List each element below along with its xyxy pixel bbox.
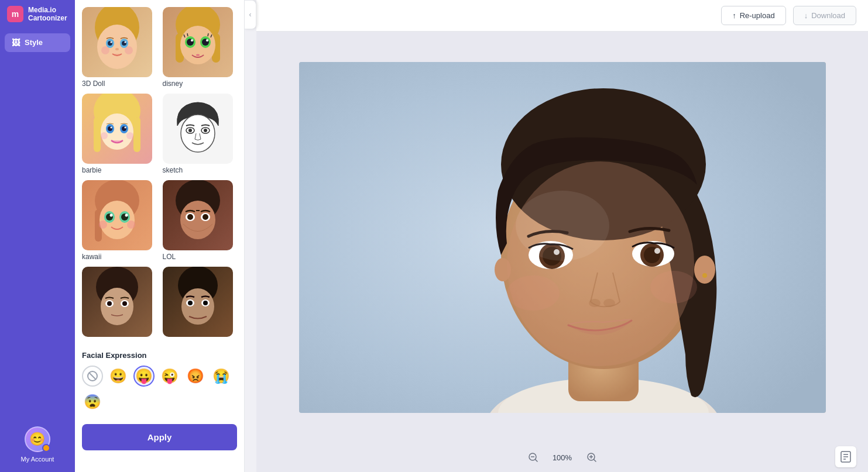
style-label-kawaii: kawaii: [82, 253, 157, 261]
svg-point-31: [111, 127, 112, 129]
svg-point-20: [191, 39, 193, 42]
svg-point-49: [99, 221, 107, 229]
style-label-3d-doll: 3D Doll: [82, 80, 157, 88]
svg-point-92: [507, 275, 560, 311]
svg-point-47: [110, 214, 113, 217]
account-badge: [42, 444, 50, 452]
svg-point-26: [101, 113, 133, 150]
zoom-out-button[interactable]: [525, 449, 541, 466]
collapse-arrow[interactable]: ‹: [245, 0, 256, 29]
svg-point-15: [180, 26, 215, 64]
svg-point-10: [101, 46, 109, 54]
svg-line-101: [593, 460, 596, 462]
avatar: 😊: [25, 426, 50, 452]
svg-line-71: [89, 373, 96, 380]
svg-point-59: [101, 288, 133, 325]
style-item-disney[interactable]: disney: [163, 7, 238, 88]
expression-scared[interactable]: 😨: [82, 391, 103, 412]
zoom-level: 100%: [551, 453, 574, 462]
svg-point-52: [180, 201, 215, 239]
download-label: Download: [811, 11, 845, 20]
style-tab-label: Style: [25, 38, 43, 47]
svg-point-93: [650, 271, 697, 304]
svg-point-79: [702, 273, 707, 278]
svg-point-68: [188, 301, 193, 305]
svg-point-62: [107, 301, 112, 306]
svg-rect-24: [94, 117, 101, 152]
svg-point-35: [181, 115, 215, 152]
reupload-label: Re-upload: [740, 11, 775, 20]
main-area: ↑ Re-upload ↓ Download: [256, 0, 868, 472]
svg-point-55: [187, 214, 193, 220]
app-name: Media.io: [28, 6, 56, 14]
expression-tongue[interactable]: 😛: [133, 366, 155, 387]
style-label-barbie: barbie: [82, 166, 157, 174]
svg-point-11: [125, 46, 133, 54]
style-item-kawaii[interactable]: kawaii: [82, 180, 157, 261]
svg-point-9: [115, 48, 119, 50]
logo-text: Media.io Cartoonizer: [28, 6, 67, 23]
style-item-realistic2[interactable]: [163, 267, 238, 339]
expression-icons: 😀 😛 😜 😡 😭 😨: [82, 366, 237, 412]
svg-point-22: [196, 54, 200, 56]
expression-smile[interactable]: 😀: [108, 366, 129, 387]
style-label-sketch: sketch: [163, 166, 238, 174]
collapse-chevron-icon: ‹: [249, 11, 252, 19]
style-thumb-disney: [163, 7, 233, 77]
expression-cry[interactable]: 😭: [211, 366, 232, 387]
style-tab[interactable]: 🖼 Style: [5, 33, 70, 52]
logo-icon: m: [7, 6, 23, 22]
expression-angry[interactable]: 😡: [185, 366, 206, 387]
notes-button[interactable]: [835, 446, 856, 467]
svg-point-89: [654, 248, 660, 254]
svg-point-39: [204, 129, 207, 132]
zoom-in-icon: [586, 452, 598, 463]
svg-point-94: [516, 191, 609, 261]
download-button[interactable]: ↓ Download: [793, 6, 856, 25]
bottom-bar: 100%: [256, 443, 868, 472]
svg-point-32: [125, 127, 126, 129]
sidebar: m Media.io Cartoonizer 🖼 Style 😊 My Acco…: [0, 0, 75, 472]
upload-icon: ↑: [732, 11, 736, 20]
zoom-in-button[interactable]: [584, 449, 600, 466]
svg-point-38: [188, 129, 192, 132]
canvas-container: [256, 32, 868, 443]
svg-point-21: [206, 39, 208, 42]
svg-point-8: [125, 42, 126, 43]
svg-point-91: [603, 299, 615, 307]
style-thumb-realistic1: [82, 267, 152, 337]
svg-point-42: [100, 201, 135, 239]
style-thumb-3d-doll: [82, 7, 152, 77]
main-image: [299, 62, 826, 413]
apply-btn-area: Apply: [75, 419, 244, 457]
style-thumb-kawaii: [82, 180, 152, 250]
logo-letter: m: [12, 9, 19, 19]
style-item-barbie[interactable]: barbie: [82, 94, 157, 174]
style-item-lol[interactable]: LOL: [163, 180, 238, 261]
account-label: My Account: [21, 456, 54, 463]
svg-rect-25: [133, 117, 140, 152]
style-item-realistic1[interactable]: [82, 267, 157, 339]
facial-expression-title: Facial Expression: [82, 351, 237, 360]
style-thumb-realistic2: [163, 267, 233, 337]
zoom-out-icon: [527, 452, 539, 463]
style-item-3d-doll[interactable]: 3D Doll: [82, 7, 157, 88]
svg-point-69: [203, 301, 208, 305]
svg-point-65: [181, 288, 214, 325]
expression-none[interactable]: [82, 366, 103, 387]
panel: 3D Doll: [75, 0, 245, 472]
apply-button[interactable]: Apply: [82, 424, 237, 450]
download-icon: ↓: [804, 11, 808, 20]
style-thumb-barbie: [82, 94, 152, 164]
app-subtitle: Cartoonizer: [28, 14, 67, 22]
svg-point-90: [589, 299, 601, 307]
svg-point-63: [122, 301, 127, 306]
svg-point-50: [127, 221, 135, 229]
style-item-sketch[interactable]: sketch: [163, 94, 238, 174]
svg-point-56: [203, 214, 208, 220]
account-area[interactable]: 😊 My Account: [21, 426, 54, 472]
reupload-button[interactable]: ↑ Re-upload: [721, 6, 786, 25]
svg-line-97: [535, 460, 537, 462]
top-bar: ↑ Re-upload ↓ Download: [256, 0, 868, 32]
expression-eyes[interactable]: 😜: [159, 366, 180, 387]
